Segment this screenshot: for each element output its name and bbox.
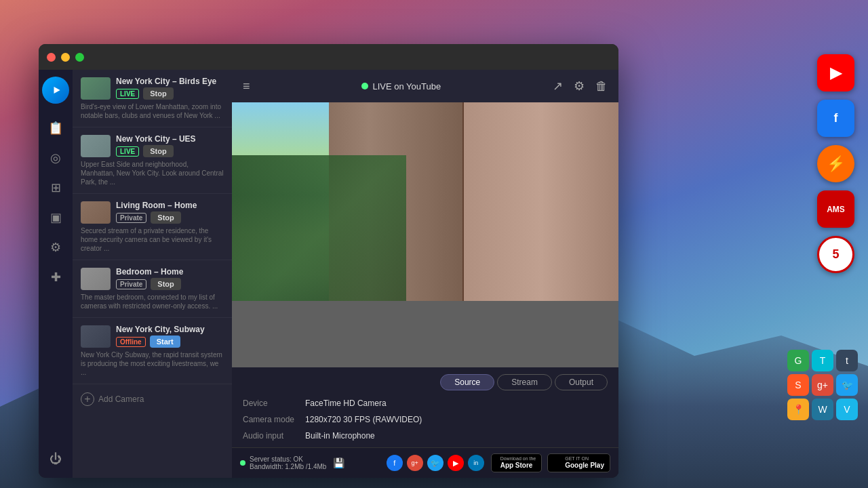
nav-icon-monitor[interactable]: ▣ bbox=[43, 205, 68, 230]
tab-row: Source Stream Output bbox=[243, 374, 608, 390]
stop-button-3[interactable]: Stop bbox=[151, 211, 180, 224]
small-icon-8[interactable]: W bbox=[812, 399, 833, 420]
tab-stream[interactable]: Stream bbox=[497, 374, 552, 390]
small-icon-1[interactable]: G bbox=[787, 350, 809, 371]
camera-mode-label: Camera mode bbox=[243, 415, 294, 424]
top-bar-icons: ↗ ⚙ 🗑 bbox=[553, 79, 608, 94]
app-store-badge[interactable]: Download on the App Store bbox=[491, 453, 542, 472]
thunder-dock-icon[interactable]: ⚡ bbox=[817, 145, 854, 182]
status-badge-2: LIVE bbox=[116, 146, 139, 157]
maximize-button[interactable] bbox=[75, 53, 84, 62]
stop-button-2[interactable]: Stop bbox=[143, 145, 173, 157]
facebook-dock-icon[interactable]: f bbox=[817, 100, 854, 137]
nav-icon-power[interactable]: ⏻ bbox=[43, 447, 68, 471]
audio-input-value: Built-in Microphone bbox=[305, 431, 608, 441]
google-play-text: GET IT ON Google Play bbox=[565, 456, 604, 470]
add-camera-button[interactable]: + Add Camera bbox=[73, 384, 232, 414]
ams-dock-icon[interactable]: AMS bbox=[817, 190, 854, 228]
svg-marker-0 bbox=[54, 87, 60, 94]
camera-item-bedroom[interactable]: Bedroom – Home Private Stop The master b… bbox=[73, 260, 232, 318]
app-logo[interactable] bbox=[42, 77, 69, 104]
google-play-icon: ▶ bbox=[553, 457, 561, 470]
camera-thumb-4 bbox=[81, 268, 111, 290]
camera-desc-4: The master bedroom, connected to my list… bbox=[81, 293, 224, 310]
camera-item-nyc-birdseye[interactable]: New York City – Birds Eye LIVE Stop Bird… bbox=[73, 70, 232, 127]
camera-name-5: New York City, Subway bbox=[116, 325, 224, 334]
stop-button-4[interactable]: Stop bbox=[151, 278, 180, 290]
social-twitter-icon[interactable]: 🐦 bbox=[427, 455, 443, 471]
small-dock: G T t S g+ 🐦 📍 W V bbox=[787, 350, 858, 420]
store-badges: Download on the App Store ▶ GET IT ON Go… bbox=[491, 453, 610, 472]
status-badge-1: LIVE bbox=[116, 89, 139, 99]
camera-name-1: New York City – Birds Eye bbox=[116, 77, 224, 86]
camera-item-living-room[interactable]: Living Room – Home Private Stop Secured … bbox=[73, 194, 232, 260]
camera-item-subway[interactable]: New York City, Subway Offline Start New … bbox=[73, 318, 232, 384]
small-icon-3[interactable]: t bbox=[836, 350, 858, 371]
app-window: 📋 ◎ ⊞ ▣ ⚙ ✚ ⏻ New York City – Birds Eye … bbox=[39, 44, 618, 478]
camera-desc-3: Secured stream of a private residence, t… bbox=[81, 226, 224, 253]
camera-thumb-1 bbox=[81, 77, 111, 100]
nav-icon-settings[interactable]: ⚙ bbox=[43, 235, 68, 260]
live-dot bbox=[361, 83, 368, 89]
small-icon-6[interactable]: 🐦 bbox=[836, 374, 858, 396]
camera-thumb-2 bbox=[81, 135, 111, 157]
right-dock: ▶ f ⚡ AMS 5 bbox=[817, 54, 854, 273]
small-icon-9[interactable]: V bbox=[836, 399, 858, 420]
camera-desc-5: New York City Subway, the rapid transit … bbox=[81, 350, 224, 377]
camera-thumb-3 bbox=[81, 201, 111, 224]
minimize-button[interactable] bbox=[61, 53, 70, 62]
live-label: LIVE on YouTube bbox=[372, 81, 441, 92]
start-button-5[interactable]: Start bbox=[150, 336, 180, 348]
device-label: Device bbox=[243, 399, 294, 408]
social-facebook-icon[interactable]: f bbox=[387, 455, 403, 471]
nav-icon-grid[interactable]: ⊞ bbox=[43, 176, 68, 200]
nav-icon-plus[interactable]: ✚ bbox=[43, 265, 68, 289]
add-camera-label: Add Camera bbox=[98, 394, 144, 404]
footer: Server status: OK Bandwidth: 1.2Mb /1.4M… bbox=[232, 447, 618, 478]
social-youtube-icon[interactable]: ▶ bbox=[448, 455, 464, 471]
share-icon[interactable]: ↗ bbox=[553, 79, 563, 94]
camera-item-nyc-ues[interactable]: New York City – UES LIVE Stop Upper East… bbox=[73, 127, 232, 194]
controls-bar: Source Stream Output Device FaceTime HD … bbox=[232, 367, 618, 447]
small-icon-2[interactable]: T bbox=[812, 350, 833, 371]
nav-sidebar: 📋 ◎ ⊞ ▣ ⚙ ✚ ⏻ bbox=[39, 70, 73, 478]
traffic-lights bbox=[47, 53, 84, 62]
nav-icon-location[interactable]: ◎ bbox=[43, 146, 68, 170]
social-gplus-icon[interactable]: g+ bbox=[407, 455, 423, 471]
video-preview bbox=[232, 102, 618, 367]
source-info-grid: Device FaceTime HD Camera Camera mode 12… bbox=[243, 399, 608, 441]
camera-name-2: New York City – UES bbox=[116, 134, 224, 144]
settings-icon[interactable]: ⚙ bbox=[574, 79, 585, 94]
status-badge-4: Private bbox=[116, 279, 146, 289]
google-play-badge[interactable]: ▶ GET IT ON Google Play bbox=[547, 453, 610, 472]
app-body: 📋 ◎ ⊞ ▣ ⚙ ✚ ⏻ New York City – Birds Eye … bbox=[39, 70, 618, 478]
title-bar bbox=[39, 44, 618, 70]
server-status: Server status: OK Bandwidth: 1.2Mb /1.4M… bbox=[240, 455, 344, 470]
channel5-dock-icon[interactable]: 5 bbox=[817, 236, 854, 273]
device-value: FaceTime HD Camera bbox=[305, 399, 608, 408]
add-camera-icon: + bbox=[81, 392, 94, 406]
youtube-dock-icon[interactable]: ▶ bbox=[817, 54, 854, 92]
camera-mode-value: 868x488 30 FPS (RAWVIDEO) bbox=[305, 415, 608, 424]
top-bar: ≡ LIVE on YouTube ↗ ⚙ 🗑 bbox=[232, 70, 618, 102]
stop-button-1[interactable]: Stop bbox=[143, 87, 173, 100]
camera-name-4: Bedroom – Home bbox=[116, 267, 224, 277]
status-badge-3: Private bbox=[116, 213, 146, 223]
audio-input-label: Audio input bbox=[243, 431, 294, 441]
social-linkedin-icon[interactable]: in bbox=[468, 455, 484, 471]
small-icon-5[interactable]: g+ bbox=[812, 374, 833, 396]
close-button[interactable] bbox=[47, 53, 56, 62]
menu-icon[interactable]: ≡ bbox=[243, 79, 250, 94]
server-status-dot bbox=[240, 460, 245, 466]
tab-source[interactable]: Source bbox=[440, 374, 494, 390]
nav-icon-book[interactable]: 📋 bbox=[43, 116, 68, 140]
tab-output[interactable]: Output bbox=[555, 374, 608, 390]
camera-list: New York City – Birds Eye LIVE Stop Bird… bbox=[73, 70, 232, 478]
server-status-label: Server status: OK bbox=[250, 455, 326, 463]
trash-icon[interactable]: 🗑 bbox=[595, 79, 608, 94]
camera-name-3: Living Room – Home bbox=[116, 201, 224, 210]
street-road bbox=[232, 301, 618, 367]
small-icon-7[interactable]: 📍 bbox=[787, 399, 809, 420]
status-badge-5: Offline bbox=[116, 337, 146, 347]
small-icon-4[interactable]: S bbox=[787, 374, 809, 396]
